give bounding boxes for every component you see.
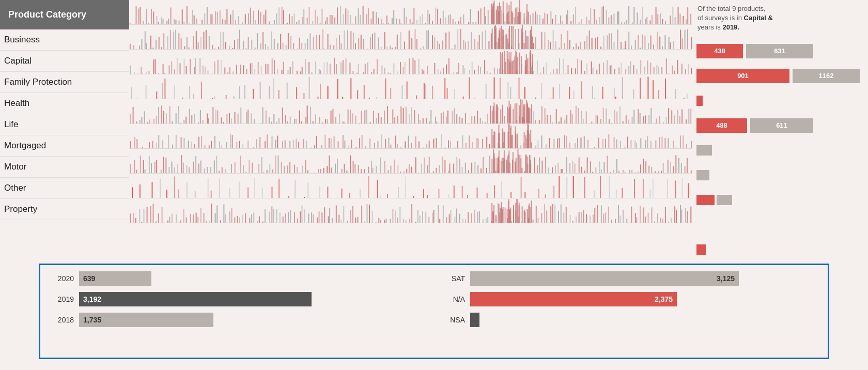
svg-rect-272 <box>193 36 194 49</box>
svg-rect-755 <box>592 86 593 99</box>
svg-rect-903 <box>504 116 505 124</box>
svg-rect-1300 <box>456 157 457 173</box>
svg-rect-1233 <box>258 164 259 173</box>
svg-rect-54 <box>269 21 270 24</box>
svg-rect-701 <box>212 98 213 99</box>
svg-rect-1484 <box>141 222 142 223</box>
svg-rect-1677 <box>685 208 686 223</box>
svg-rect-1681 <box>503 207 504 223</box>
svg-rect-564 <box>393 64 394 74</box>
svg-rect-556 <box>367 63 368 74</box>
svg-rect-863 <box>392 110 393 124</box>
svg-rect-873 <box>420 120 421 124</box>
svg-rect-1460 <box>538 189 539 198</box>
svg-rect-406 <box>569 40 570 49</box>
svg-rect-1027 <box>226 142 227 148</box>
svg-rect-1183 <box>498 133 499 148</box>
svg-rect-788 <box>180 123 181 124</box>
svg-rect-835 <box>313 121 314 124</box>
svg-rect-1221 <box>222 167 223 173</box>
svg-rect-1345 <box>590 161 591 173</box>
svg-rect-800 <box>215 110 216 124</box>
svg-rect-1288 <box>421 163 422 173</box>
category-item-other[interactable]: Other <box>0 178 129 199</box>
category-item-mortgaged[interactable]: Mortgaged <box>0 135 129 157</box>
svg-rect-655 <box>677 60 678 74</box>
svg-rect-964 <box>677 110 678 124</box>
svg-rect-1091 <box>450 141 451 148</box>
svg-rect-1665 <box>652 207 653 223</box>
stat-bar-small-red-2 <box>696 96 703 106</box>
svg-rect-1377 <box>685 166 686 173</box>
category-item-business[interactable]: Business <box>0 29 129 51</box>
svg-rect-1271 <box>371 161 372 173</box>
svg-rect-430 <box>638 35 639 49</box>
svg-rect-719 <box>337 79 338 99</box>
svg-rect-1068 <box>369 138 370 148</box>
svg-rect-447 <box>685 30 686 49</box>
svg-rect-59 <box>282 7 283 24</box>
svg-rect-1198 <box>154 162 156 173</box>
svg-rect-543 <box>327 62 328 74</box>
svg-rect-991 <box>493 102 494 124</box>
svg-rect-784 <box>169 106 171 124</box>
svg-rect-172 <box>570 21 571 24</box>
svg-rect-1011 <box>168 135 169 148</box>
category-item-motor[interactable]: Motor <box>0 157 129 178</box>
category-item-capital[interactable]: Capital <box>0 51 129 72</box>
svg-rect-898 <box>490 105 491 124</box>
svg-rect-271 <box>189 47 190 49</box>
svg-rect-1241 <box>281 162 282 173</box>
svg-rect-163 <box>547 14 548 24</box>
category-item-health[interactable]: Health <box>0 93 129 114</box>
svg-rect-494 <box>174 69 175 74</box>
svg-rect-1551 <box>329 208 330 223</box>
svg-rect-358 <box>434 37 435 49</box>
svg-rect-631 <box>603 63 604 74</box>
svg-rect-1450 <box>454 186 455 198</box>
svg-rect-1101 <box>486 137 487 148</box>
svg-rect-1703 <box>531 201 532 223</box>
svg-rect-431 <box>640 48 641 49</box>
svg-rect-1455 <box>494 185 495 198</box>
svg-rect-859 <box>381 117 382 124</box>
svg-rect-1606 <box>486 219 487 223</box>
svg-rect-1246 <box>297 167 298 173</box>
svg-rect-1187 <box>515 127 516 148</box>
svg-rect-632 <box>607 60 608 74</box>
svg-rect-924 <box>564 119 565 124</box>
svg-rect-1372 <box>670 162 671 173</box>
svg-rect-357 <box>432 35 433 49</box>
svg-rect-19 <box>179 21 180 24</box>
svg-rect-33 <box>215 11 216 24</box>
category-item-life[interactable]: Life <box>0 114 129 135</box>
svg-rect-303 <box>280 34 281 49</box>
svg-rect-1286 <box>415 157 416 173</box>
svg-rect-77 <box>327 17 328 24</box>
category-item-property[interactable]: Property <box>0 199 129 220</box>
svg-rect-829 <box>296 119 297 124</box>
bottom-bar-row-2020: 2020 639 <box>51 271 424 286</box>
svg-rect-497 <box>184 59 185 74</box>
svg-rect-561 <box>384 68 385 74</box>
svg-rect-365 <box>455 44 456 49</box>
svg-rect-725 <box>376 97 377 99</box>
svg-rect-1339 <box>572 161 574 173</box>
svg-rect-1077 <box>400 147 401 148</box>
svg-rect-97 <box>378 18 379 24</box>
svg-rect-587 <box>464 68 465 74</box>
svg-rect-1483 <box>139 209 140 223</box>
svg-rect-921 <box>556 109 557 124</box>
category-item-family-protection[interactable]: Family Protection <box>0 72 129 93</box>
svg-rect-1420 <box>211 191 212 198</box>
svg-rect-996 <box>502 105 503 124</box>
svg-rect-1302 <box>462 167 463 173</box>
svg-rect-654 <box>674 71 675 74</box>
svg-rect-420 <box>609 34 610 49</box>
svg-rect-1057 <box>331 138 332 148</box>
svg-rect-1058 <box>334 136 335 148</box>
svg-rect-947 <box>628 119 629 124</box>
svg-rect-585 <box>458 63 459 74</box>
svg-rect-1535 <box>285 213 286 223</box>
svg-rect-425 <box>624 48 625 49</box>
